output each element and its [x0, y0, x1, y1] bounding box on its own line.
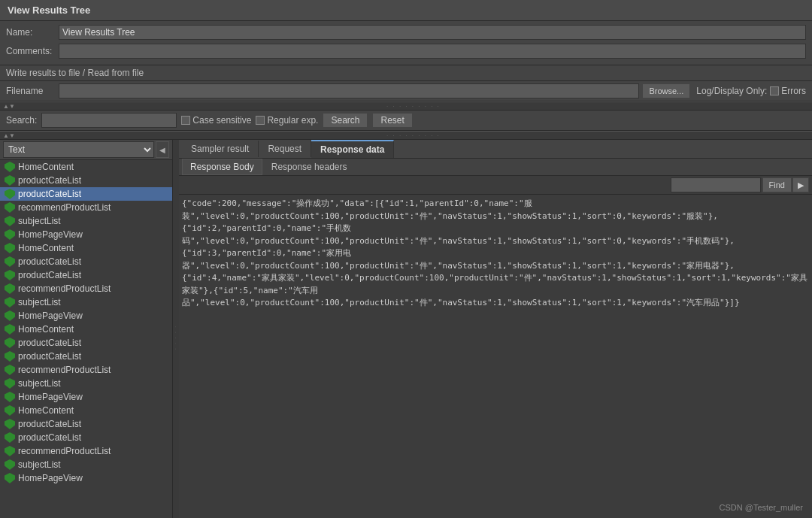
tree-item[interactable]: productCateList	[0, 187, 172, 201]
shield-icon	[5, 365, 15, 375]
name-label: Name:	[6, 27, 59, 38]
resize-dots: · · · · ·	[174, 326, 178, 351]
left-panel-header: Text ◀	[0, 140, 172, 160]
tab-sampler-result[interactable]: Sampler result	[182, 141, 259, 157]
errors-checkbox-label: Errors	[770, 86, 806, 96]
name-input[interactable]	[59, 25, 806, 40]
errors-checkbox[interactable]	[770, 86, 779, 95]
tree-item[interactable]: productCateList	[0, 336, 172, 350]
tree-item[interactable]: HomePageView	[0, 390, 172, 404]
shield-icon	[5, 283, 15, 294]
shield-icon	[5, 392, 15, 402]
tree-item-label: productCateList	[18, 256, 81, 267]
case-sensitive-text: Case sensitive	[192, 115, 251, 126]
tree-item[interactable]: HomePageView	[0, 228, 172, 241]
reset-button[interactable]: Reset	[372, 113, 412, 128]
tree-item-label: HomePageView	[18, 229, 83, 240]
tree-item-label: productCateList	[18, 432, 81, 443]
tree-item[interactable]: productCateList	[0, 174, 172, 187]
filename-input[interactable]	[59, 83, 639, 98]
tree-item[interactable]: productCateList	[0, 350, 172, 363]
shield-icon	[5, 351, 15, 362]
tree-item[interactable]: productCateList	[0, 268, 172, 282]
tree-item[interactable]: productCateList	[0, 255, 172, 268]
tree-item[interactable]: productCateList	[0, 431, 172, 444]
tree-item-label: productCateList	[18, 351, 81, 362]
shield-icon	[5, 270, 15, 280]
find-button[interactable]: Find	[762, 177, 792, 192]
tree-item-label: subjectList	[18, 297, 61, 307]
shield-icon	[5, 243, 15, 253]
shield-icon	[5, 432, 15, 443]
top-divider: ▲▼ · · · · · · · · ·	[0, 101, 812, 111]
shield-icon	[5, 405, 15, 416]
shield-icon	[5, 162, 15, 172]
tree-item-label: HomePageView	[18, 392, 83, 402]
tree-item-label: productCateList	[18, 175, 81, 186]
response-content: {"code":200,"message":"操作成功","data":[{"i…	[179, 195, 812, 518]
tree-item[interactable]: subjectList	[0, 458, 172, 471]
shield-icon	[5, 378, 15, 389]
tree-item[interactable]: subjectList	[0, 295, 172, 309]
tree-item[interactable]: HomePageView	[0, 471, 172, 485]
search-label: Search:	[6, 115, 37, 126]
tree-item[interactable]: productCateList	[0, 417, 172, 431]
vertical-resize-handle[interactable]: · · · · ·	[173, 140, 179, 518]
collapse-button[interactable]: ◀	[156, 141, 169, 158]
case-sensitive-label: Case sensitive	[181, 115, 251, 126]
tab-response-data[interactable]: Response data	[311, 140, 394, 158]
divider-arrows-top: ▲▼	[0, 103, 15, 110]
regular-exp-checkbox[interactable]	[256, 116, 265, 125]
find-next-button[interactable]: ▶	[792, 177, 809, 192]
tree-item[interactable]: subjectList	[0, 377, 172, 390]
write-results-row: Write results to file / Read from file	[0, 65, 812, 81]
shield-icon	[5, 297, 15, 307]
shield-icon	[5, 446, 15, 456]
tree-item-label: recommendProductList	[18, 283, 111, 294]
filename-label: Filename	[6, 86, 59, 96]
window-title: View Results Tree	[8, 5, 90, 16]
case-sensitive-checkbox[interactable]	[181, 116, 190, 125]
tree-item[interactable]: HomeContent	[0, 404, 172, 417]
tree-item-label: subjectList	[18, 378, 61, 389]
shield-icon	[5, 324, 15, 335]
search-bar: Search: Case sensitive Regular exp. Sear…	[0, 111, 812, 131]
watermark: CSDN @Tester_muller	[720, 503, 803, 512]
tree-item-label: productCateList	[18, 189, 81, 199]
tree-item[interactable]: HomeContent	[0, 323, 172, 336]
divider-arrows-bottom: ▲▼	[0, 132, 15, 139]
tree-item-label: HomePageView	[18, 310, 83, 321]
shield-icon	[5, 216, 15, 226]
tree-item-label: subjectList	[18, 459, 61, 470]
browse-button[interactable]: Browse...	[642, 83, 690, 98]
tree-item[interactable]: HomeContent	[0, 241, 172, 255]
regular-exp-label: Regular exp.	[256, 115, 318, 126]
tree-item[interactable]: HomeContent	[0, 160, 172, 174]
tree-item[interactable]: recommendProductList	[0, 363, 172, 377]
tree-item[interactable]: subjectList	[0, 214, 172, 228]
main-content: Text ◀ HomeContentproductCateListproduct…	[0, 140, 812, 518]
tree-item[interactable]: recommendProductList	[0, 282, 172, 295]
tree-item-label: recommendProductList	[18, 446, 111, 456]
tree-item[interactable]: HomePageView	[0, 309, 172, 323]
filename-row: Filename Browse... Log/Display Only: Err…	[0, 81, 812, 101]
divider-dots-top: · · · · · · · · ·	[15, 103, 812, 110]
comments-label: Comments:	[6, 46, 59, 56]
tree-item-label: subjectList	[18, 216, 61, 226]
shield-icon	[5, 310, 15, 321]
search-input[interactable]	[41, 113, 177, 128]
view-type-dropdown[interactable]: Text	[3, 141, 154, 158]
tree-item-label: recommendProductList	[18, 365, 111, 375]
divider-dots-bottom: · · · · · · · · ·	[15, 132, 812, 139]
search-button[interactable]: Search	[323, 113, 368, 128]
tree-item[interactable]: recommendProductList	[0, 444, 172, 458]
sub-tab-response-body[interactable]: Response Body	[182, 159, 262, 175]
shield-icon	[5, 338, 15, 348]
tree-item[interactable]: recommendProductList	[0, 201, 172, 214]
sub-tab-response-headers[interactable]: Response headers	[264, 159, 355, 174]
shield-icon	[5, 175, 15, 186]
name-row: Name:	[6, 24, 806, 41]
tab-request[interactable]: Request	[259, 141, 311, 157]
comments-input[interactable]	[59, 44, 806, 59]
find-input[interactable]	[671, 177, 761, 192]
